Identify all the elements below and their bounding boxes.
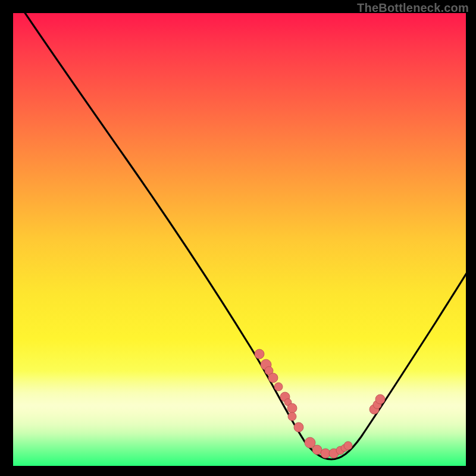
data-point	[288, 412, 296, 421]
data-point	[294, 422, 303, 432]
chart-frame: TheBottleneck.com	[0, 0, 476, 476]
bottleneck-curve-svg	[13, 13, 466, 466]
data-point	[375, 394, 385, 404]
data-point	[312, 445, 322, 455]
data-point	[344, 441, 352, 450]
data-point	[287, 403, 297, 413]
data-point	[268, 373, 278, 383]
data-point	[274, 383, 283, 391]
plot-area	[13, 13, 466, 466]
data-point	[255, 349, 264, 359]
bottleneck-curve	[13, 13, 466, 459]
curve-dots	[255, 349, 385, 458]
data-point	[321, 449, 330, 458]
watermark-label: TheBottleneck.com	[357, 1, 469, 15]
